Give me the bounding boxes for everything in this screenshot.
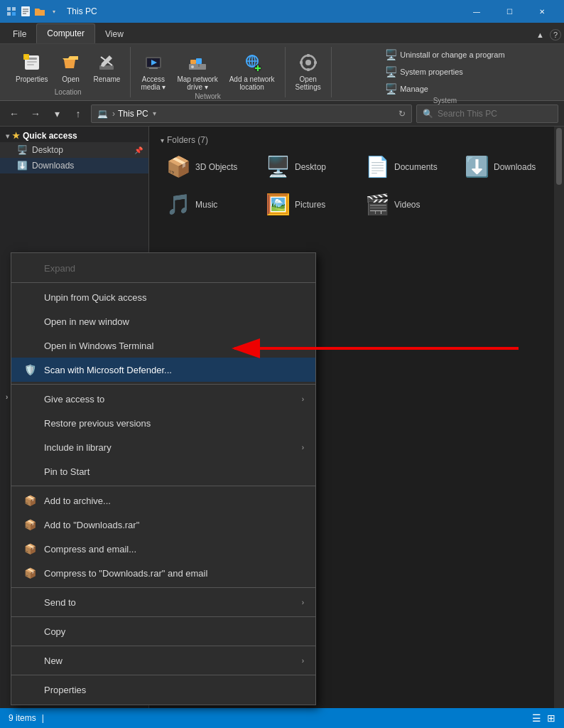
tab-view[interactable]: View bbox=[95, 25, 134, 43]
ctx-scan-defender[interactable]: 🛡️ Scan with Microsoft Defender... bbox=[11, 358, 315, 382]
ctx-open-new-label: Open in new window bbox=[44, 316, 129, 327]
ctx-add-archive[interactable]: 📦 Add to archive... bbox=[11, 488, 315, 513]
open-new-icon bbox=[23, 314, 37, 328]
settings-buttons: OpenSettings bbox=[291, 47, 325, 96]
ctx-unpin[interactable]: Unpin from Quick access bbox=[11, 285, 315, 309]
ctx-properties[interactable]: Properties bbox=[11, 678, 315, 702]
open-label: Open bbox=[62, 75, 79, 83]
grid-view-icon[interactable]: ⊞ bbox=[547, 712, 555, 724]
ctx-sep-4 bbox=[11, 587, 315, 588]
folders-label: Folders (7) bbox=[167, 135, 208, 145]
defender-icon: 🛡️ bbox=[23, 363, 37, 377]
library-arrow: › bbox=[302, 444, 304, 451]
svg-rect-8 bbox=[27, 61, 37, 63]
add-network-button[interactable]: Add a networklocation bbox=[225, 50, 279, 92]
send-to-arrow: › bbox=[302, 599, 304, 606]
ribbon-tabs: File Computer View ▲ ? bbox=[0, 23, 564, 44]
folder-music[interactable]: 🎵 Music bbox=[161, 188, 254, 220]
ctx-open-terminal[interactable]: Open in Windows Terminal bbox=[11, 333, 315, 358]
folder-videos[interactable]: 🎬 Videos bbox=[359, 188, 453, 220]
search-box[interactable]: 🔍 bbox=[416, 105, 558, 123]
rename-button[interactable]: Rename bbox=[90, 50, 125, 85]
ctx-new[interactable]: New › bbox=[11, 648, 315, 673]
folder-downloads-label: Downloads bbox=[494, 162, 536, 172]
close-button[interactable]: ✕ bbox=[526, 0, 558, 23]
ctx-compress-email-label: Compress and email... bbox=[44, 544, 136, 555]
folder-pictures[interactable]: 🖼️ Pictures bbox=[260, 188, 354, 220]
ctx-sep-5 bbox=[11, 616, 315, 617]
ribbon-group-location: Properties Open Rename Location bbox=[6, 47, 131, 97]
svg-rect-18 bbox=[190, 60, 196, 64]
quick-access-expand-icon[interactable]: ▾ bbox=[6, 132, 9, 140]
folder-3d-label: 3D Objects bbox=[195, 162, 237, 172]
folder-3d-objects[interactable]: 📦 3D Objects bbox=[161, 151, 254, 183]
properties-ctx-icon bbox=[23, 682, 37, 697]
ctx-sep-6 bbox=[11, 646, 315, 646]
dropdown-arrow-icon[interactable]: ▾ bbox=[48, 6, 60, 17]
svg-rect-33 bbox=[314, 61, 317, 64]
sidebar-item-downloads[interactable]: ⬇️ Downloads bbox=[0, 158, 148, 173]
terminal-icon bbox=[23, 338, 37, 353]
list-view-icon[interactable]: ☰ bbox=[532, 712, 541, 724]
ctx-add-downloads-rar[interactable]: 📦 Add to "Downloads.rar" bbox=[11, 513, 315, 537]
uninstall-button[interactable]: 🖥️ Uninstall or change a program bbox=[381, 47, 509, 63]
access-media-button[interactable]: Accessmedia ▾ bbox=[136, 50, 170, 92]
tab-computer[interactable]: Computer bbox=[36, 23, 95, 43]
scrollbar-thumb[interactable] bbox=[556, 128, 562, 185]
network-expand-icon[interactable]: › bbox=[6, 393, 8, 401]
minimize-button[interactable]: — bbox=[460, 0, 493, 23]
up-button[interactable]: ↑ bbox=[70, 105, 87, 122]
ctx-copy[interactable]: Copy bbox=[11, 619, 315, 643]
send-to-icon bbox=[23, 595, 37, 609]
ctx-pin-start-label: Pin to Start bbox=[44, 466, 90, 477]
collapse-icon[interactable]: ▲ bbox=[536, 31, 544, 39]
help-icon[interactable]: ? bbox=[550, 29, 561, 41]
map-network-icon bbox=[186, 51, 209, 74]
maximize-button[interactable]: ☐ bbox=[493, 0, 526, 23]
manage-button[interactable]: 🖥️ Manage bbox=[381, 81, 509, 97]
quick-access-star-icon: ★ bbox=[12, 131, 20, 141]
address-path[interactable]: 💻 › This PC ▾ ↻ bbox=[91, 105, 412, 123]
folder-videos-label: Videos bbox=[394, 200, 420, 210]
ctx-compress-email[interactable]: 📦 Compress and email... bbox=[11, 537, 315, 561]
new-icon bbox=[23, 653, 37, 668]
desktop-icon: 🖥️ bbox=[17, 145, 28, 155]
map-network-button[interactable]: Map networkdrive ▾ bbox=[173, 50, 222, 92]
back-button[interactable]: ← bbox=[6, 105, 23, 122]
ctx-send-to[interactable]: Send to › bbox=[11, 590, 315, 614]
ribbon: Properties Open Rename Location bbox=[0, 44, 564, 101]
folder-documents[interactable]: 📄 Documents bbox=[359, 151, 453, 183]
properties-button[interactable]: Properties bbox=[11, 50, 53, 85]
folders-expand-icon[interactable]: ▾ bbox=[161, 136, 164, 144]
ctx-open-new-window[interactable]: Open in new window bbox=[11, 309, 315, 333]
ctx-compress-downloads-email[interactable]: 📦 Compress to "Downloads.rar" and email bbox=[11, 561, 315, 585]
forward-button[interactable]: → bbox=[27, 105, 44, 122]
sidebar-item-desktop[interactable]: 🖥️ Desktop 📌 bbox=[0, 142, 148, 158]
item-count: 9 items bbox=[9, 713, 36, 723]
folder-desktop[interactable]: 🖥️ Desktop bbox=[260, 151, 354, 183]
folder-grid: 📦 3D Objects 🖥️ Desktop 📄 Documents ⬇️ D… bbox=[155, 148, 558, 223]
manage-label: Manage bbox=[400, 85, 428, 93]
ctx-pin-start[interactable]: Pin to Start bbox=[11, 459, 315, 483]
open-settings-button[interactable]: OpenSettings bbox=[291, 50, 325, 92]
open-button[interactable]: Open bbox=[55, 50, 87, 85]
scrollbar[interactable] bbox=[554, 127, 564, 708]
ctx-expand-label: Expand bbox=[44, 263, 75, 274]
ctx-restore-versions[interactable]: Restore previous versions bbox=[11, 411, 315, 435]
refresh-icon[interactable]: ↻ bbox=[398, 109, 406, 119]
folder-downloads[interactable]: ⬇️ Downloads bbox=[459, 151, 553, 183]
search-input[interactable] bbox=[438, 109, 552, 119]
ctx-expand[interactable]: Expand bbox=[11, 256, 315, 280]
network-group-label: Network bbox=[195, 92, 221, 102]
ctx-include-library[interactable]: Include in library › bbox=[11, 435, 315, 459]
folder-3d-icon: 📦 bbox=[166, 155, 191, 178]
ctx-give-access[interactable]: Give access to › bbox=[11, 387, 315, 411]
system-properties-button[interactable]: 🖥️ System properties bbox=[381, 64, 509, 80]
tab-file[interactable]: File bbox=[3, 25, 36, 43]
ribbon-group-network: Accessmedia ▾ Map networkdrive ▾ Add a n… bbox=[131, 47, 285, 97]
window-controls: — ☐ ✕ bbox=[460, 0, 558, 23]
recent-button[interactable]: ▾ bbox=[48, 105, 65, 122]
path-dropdown-icon[interactable]: ▾ bbox=[153, 109, 156, 117]
svg-point-29 bbox=[305, 60, 311, 65]
ctx-sep-1 bbox=[11, 282, 315, 283]
